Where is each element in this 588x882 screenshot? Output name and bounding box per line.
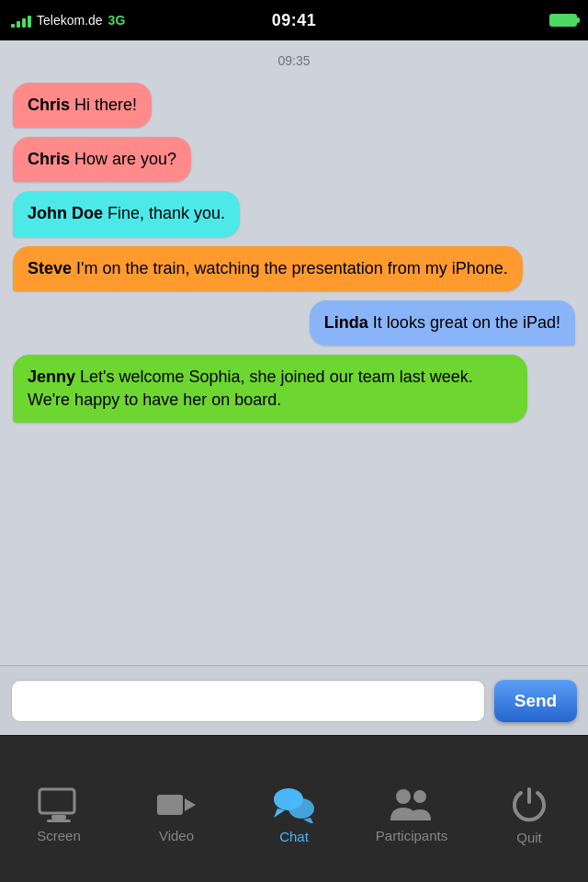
network-type-label: 3G — [108, 13, 126, 28]
message-sender: Jenny — [28, 368, 75, 386]
tab-chat-label: Chat — [279, 829, 309, 844]
bar3 — [22, 18, 26, 28]
signal-bars-icon — [11, 13, 31, 28]
svg-point-10 — [413, 790, 426, 803]
svg-marker-8 — [303, 818, 314, 823]
tab-screen[interactable]: Screen — [0, 736, 118, 882]
tab-video-label: Video — [159, 828, 194, 843]
tab-participants[interactable]: Participants — [353, 736, 470, 882]
bar1 — [11, 24, 15, 28]
svg-rect-3 — [157, 795, 183, 815]
input-area: Send — [0, 665, 588, 735]
tab-quit-label: Quit — [516, 830, 542, 845]
quit-icon — [510, 786, 548, 824]
operator-label: Telekom.de — [37, 13, 103, 28]
participants-icon — [389, 787, 435, 822]
tab-chat[interactable]: Chat — [235, 736, 353, 882]
svg-rect-2 — [47, 820, 71, 822]
message-bubble-3: John Doe Fine, thank you. — [13, 191, 240, 236]
svg-rect-0 — [40, 789, 74, 813]
svg-point-9 — [396, 789, 411, 804]
message-bubble-5: Linda It looks great on the iPad! — [310, 300, 575, 345]
status-left: Telekom.de 3G — [11, 13, 125, 28]
tab-bar: Screen Video Chat — [0, 735, 588, 882]
bar2 — [17, 21, 20, 28]
chat-area: 09:35 Chris Hi there!Chris How are you?J… — [0, 40, 588, 665]
status-right — [549, 14, 577, 27]
message-sender: Steve — [28, 259, 72, 277]
svg-marker-4 — [185, 798, 196, 811]
message-bubble-4: Steve I'm on the train, watching the pre… — [13, 246, 523, 291]
tab-video[interactable]: Video — [118, 736, 235, 882]
tab-participants-label: Participants — [376, 828, 447, 843]
message-sender: Chris — [28, 150, 70, 168]
bar4 — [28, 16, 31, 28]
battery-icon — [549, 14, 577, 27]
send-button[interactable]: Send — [494, 680, 577, 722]
message-bubble-6: Jenny Let's welcome Sophia, she joined o… — [13, 355, 527, 423]
screen-icon — [38, 787, 80, 822]
video-icon — [155, 787, 198, 822]
message-sender: John Doe — [28, 204, 103, 222]
message-bubble-1: Chris Hi there! — [13, 83, 152, 128]
message-input[interactable] — [11, 680, 485, 722]
svg-point-7 — [288, 798, 314, 819]
tab-quit[interactable]: Quit — [470, 736, 588, 882]
svg-rect-1 — [51, 815, 66, 820]
message-sender: Chris — [28, 96, 70, 114]
chat-icon — [272, 786, 316, 823]
time-display: 09:41 — [272, 11, 317, 30]
svg-marker-6 — [274, 808, 285, 818]
chat-timestamp: 09:35 — [13, 53, 575, 68]
message-bubble-2: Chris How are you? — [13, 137, 191, 182]
tab-screen-label: Screen — [37, 828, 81, 843]
message-sender: Linda — [324, 313, 368, 332]
status-bar: Telekom.de 3G 09:41 — [0, 0, 588, 40]
